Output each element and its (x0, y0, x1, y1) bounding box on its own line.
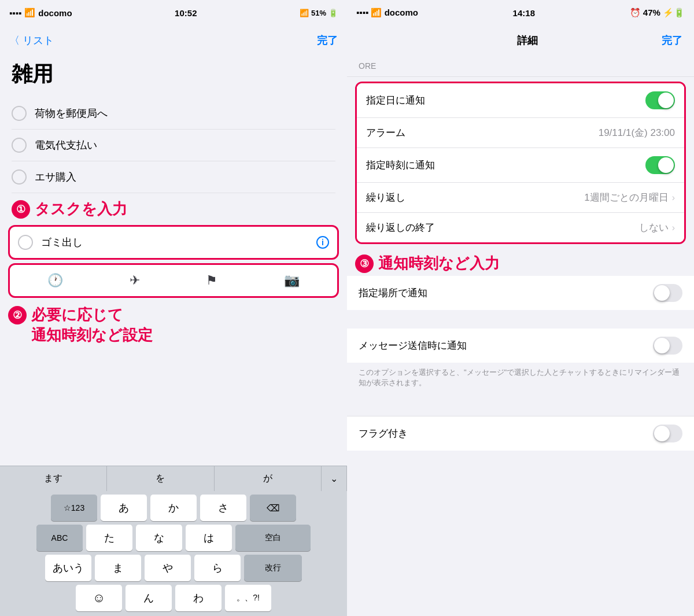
annotation-1-text: タスクを入力 (35, 199, 127, 219)
keyboard: ます を が ⌄ ☆123 あ か さ ⌫ ABC た な は 空白 (0, 466, 347, 616)
right-time: 14:18 (513, 8, 535, 18)
flag-row[interactable]: フラグ付き (347, 416, 694, 451)
message-description: このオプションを選択すると、"メッセージ"で選択した人とチャットするときにリマイ… (347, 363, 694, 397)
detail-row-message[interactable]: メッセージ送信時に通知 (347, 329, 694, 363)
key-na[interactable]: な (136, 525, 182, 551)
right-battery-area: ⏰ 47% ⚡🔋 (630, 8, 685, 18)
detail-row-alarm[interactable]: アラーム 19/11/1(金) 23:00 (357, 118, 684, 148)
flag-label: フラグ付き (359, 427, 408, 440)
list-item[interactable]: エサ購入 (12, 161, 335, 193)
suggestion-row: ます を が ⌄ (0, 466, 347, 491)
annotation-3-number: ③ (355, 254, 374, 273)
input-row[interactable]: ゴミ出し i (10, 228, 337, 257)
location-section: 指定場所で通知 (347, 276, 694, 310)
delete-key[interactable]: ⌫ (250, 495, 296, 521)
location-toggle[interactable] (653, 284, 682, 302)
location-label: 指定場所で通知 (359, 286, 427, 300)
todo-text: 電気代支払い (35, 138, 97, 152)
done-button[interactable]: 完了 (317, 34, 338, 47)
key-aiueo[interactable]: あいう (45, 555, 91, 581)
chevron-right-icon: › (672, 193, 675, 203)
key-ta[interactable]: た (86, 525, 132, 551)
detail-top-label: ORE (347, 56, 694, 77)
notify-date-toggle[interactable] (645, 91, 675, 109)
detail-row-notify-date[interactable]: 指定日に通知 (357, 83, 684, 118)
info-icon[interactable]: i (316, 236, 329, 249)
key-ra[interactable]: ら (194, 555, 241, 581)
right-carrier: ▪▪▪▪ 📶 docomo (356, 8, 418, 18)
key-a[interactable]: あ (101, 495, 147, 521)
notify-date-label: 指定日に通知 (366, 94, 425, 107)
key-punct[interactable]: 。、?! (225, 585, 271, 611)
signal-icon: ▪▪▪▪ (9, 8, 21, 18)
location-icon[interactable]: ✈ (130, 273, 140, 288)
todo-circle[interactable] (12, 106, 27, 121)
detail-nav-title: 詳細 (517, 34, 538, 47)
chevron-right-icon: › (672, 223, 675, 233)
back-button[interactable]: 〈 リスト (9, 34, 54, 47)
message-section: メッセージ送信時に通知 (347, 329, 694, 363)
left-carrier: ▪▪▪▪ 📶 docomo (9, 8, 72, 18)
return-key[interactable]: 改行 (244, 555, 302, 581)
left-nav-bar: 〈 リスト 完了 (0, 25, 347, 56)
list-item[interactable]: 電気代支払い (12, 130, 335, 161)
suggestion-1[interactable]: ます (0, 466, 107, 491)
key-ha[interactable]: は (186, 525, 232, 551)
detail-row-location[interactable]: 指定場所で通知 (347, 276, 694, 310)
kbd-row-3: あいう ま や ら 改行 (2, 555, 345, 581)
detail-row-repeat-end[interactable]: 繰り返しの終了 しない › (357, 213, 684, 242)
annotation-3: ③ 通知時刻など入力 (347, 249, 694, 276)
key-ya[interactable]: や (145, 555, 191, 581)
section-separator-2 (347, 397, 694, 416)
list-item[interactable]: 荷物を郵便局へ (12, 98, 335, 130)
left-status-bar: ▪▪▪▪ 📶 docomo 10:52 📶 51% 🔋 (0, 0, 347, 25)
repeat-end-label: 繰り返しの終了 (366, 221, 435, 234)
battery-fill-icon: 🔋 (328, 9, 338, 17)
annotation-1: ① タスクを入力 (0, 193, 347, 223)
detail-nav-bar: 詳細 完了 (347, 25, 694, 56)
todo-list: 荷物を郵便局へ 電気代支払い エサ購入 (0, 98, 347, 193)
message-toggle[interactable] (653, 337, 682, 355)
key-ka[interactable]: か (150, 495, 197, 521)
key-ma[interactable]: ま (95, 555, 141, 581)
detail-row-notify-time[interactable]: 指定時刻に通知 (357, 148, 684, 183)
kbd-row-2: ABC た な は 空白 (2, 525, 345, 551)
input-text[interactable]: ゴミ出し (41, 235, 308, 249)
annotation-2-line2: 通知時刻など設定 (8, 325, 339, 345)
signal-icon: ▪▪▪▪ (356, 8, 368, 17)
flag-icon[interactable]: ⚑ (206, 273, 217, 288)
annotation-1-number: ① (12, 200, 30, 219)
key-kana[interactable]: ☆123 (51, 495, 97, 521)
annotation-2-number: ② (8, 306, 27, 324)
todo-circle[interactable] (12, 138, 27, 153)
todo-circle[interactable] (12, 169, 27, 185)
alarm-value: 19/11/1(金) 23:00 (599, 126, 675, 139)
key-nn[interactable]: ん (125, 585, 172, 611)
repeat-label: 繰り返し (366, 191, 405, 204)
key-abc[interactable]: ABC (36, 525, 83, 551)
battery-charging-icon: ⚡🔋 (663, 8, 685, 17)
detail-row-repeat[interactable]: 繰り返し 1週間ごとの月曜日 › (357, 183, 684, 213)
emoji-key[interactable]: ☺ (76, 585, 122, 611)
key-rows: ☆123 あ か さ ⌫ ABC た な は 空白 あいう ま や ら 改行 (0, 491, 347, 616)
suggestion-3[interactable]: が (215, 466, 322, 491)
wifi-icon: 📶 (24, 8, 35, 18)
camera-icon[interactable]: 📷 (284, 273, 300, 288)
key-wa[interactable]: わ (175, 585, 222, 611)
alarm-label: アラーム (366, 126, 405, 139)
kbd-row-1: ☆123 あ か さ ⌫ (2, 495, 345, 521)
suggestion-2[interactable]: を (107, 466, 214, 491)
chevron-down-icon[interactable]: ⌄ (322, 466, 347, 491)
right-status-bar: ▪▪▪▪ 📶 docomo 14:18 ⏰ 47% ⚡🔋 (347, 0, 694, 25)
kbd-row-4: ☺ ん わ 。、?! (2, 585, 345, 611)
space-key[interactable]: 空白 (235, 525, 311, 551)
notify-time-toggle[interactable] (645, 156, 675, 174)
key-sa[interactable]: さ (200, 495, 246, 521)
detail-card: 指定日に通知 アラーム 19/11/1(金) 23:00 指定時刻に通知 繰り返… (355, 82, 686, 244)
clock-icon[interactable]: 🕐 (47, 273, 63, 288)
wifi-icon: 📶 (371, 8, 384, 17)
flag-toggle[interactable] (653, 425, 682, 442)
detail-done-button[interactable]: 完了 (662, 34, 682, 47)
todo-text: エサ購入 (35, 170, 76, 184)
left-battery: 📶 51% 🔋 (300, 9, 338, 17)
